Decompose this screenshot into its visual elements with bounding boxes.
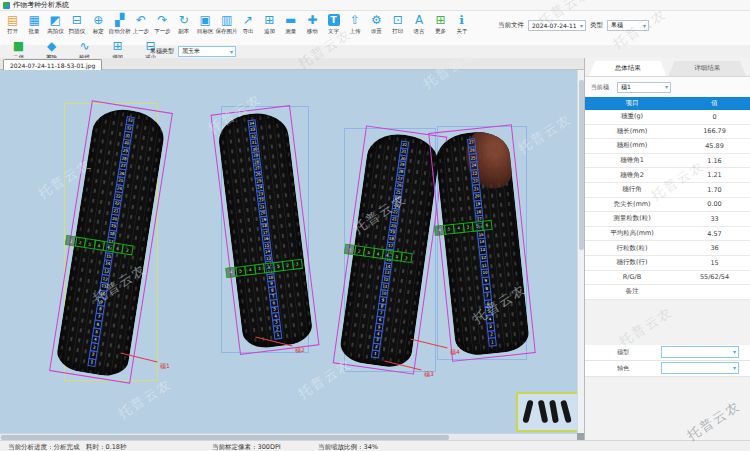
- title-bar: 作物考种分析系统: [0, 0, 750, 11]
- toolbar-language-button[interactable]: A语言: [408, 13, 429, 35]
- result-item-label: 穗行数(行): [585, 256, 679, 270]
- toolbar-undo-step-button[interactable]: ↶上一步: [130, 13, 151, 35]
- ear-type-dropdown[interactable]: 黑玉米 ▾: [178, 46, 236, 57]
- app-icon: [3, 2, 10, 9]
- chevron-down-icon: ▾: [580, 23, 583, 29]
- undo-step-icon: ↶: [136, 13, 146, 27]
- mini-ear: [560, 400, 572, 424]
- upload-icon: ⇧: [350, 13, 360, 27]
- save-image-icon: ▥: [221, 13, 232, 27]
- corn-ear-3[interactable]: 3231302928272625242322212019181716151413…: [344, 128, 436, 372]
- current-file-dropdown[interactable]: 2024-07-24-11 ▾: [528, 20, 586, 31]
- navigator-thumbnail[interactable]: [516, 392, 580, 432]
- horizontal-scrollbar[interactable]: [0, 433, 584, 440]
- result-row: 穗粗(mm)45.89: [585, 139, 750, 154]
- toolbar-measure-button[interactable]: ▬测量: [280, 13, 301, 35]
- toolbar-doc-camera-button[interactable]: ◩高拍仪: [45, 13, 66, 35]
- current-ear-dropdown[interactable]: 穗1 ▾: [617, 82, 671, 93]
- scanner-icon: ⊟: [72, 13, 82, 27]
- result-item-label: 测量粒数(粒): [585, 212, 679, 226]
- copy-icon: ↻: [179, 13, 189, 27]
- result-item-value: 15: [679, 256, 750, 270]
- app-window: 作物考种分析系统 ▤打开▦批量◩高拍仪⊟扫描仪⊕标定▞自动分析↶上一步↷下一步↻…: [0, 0, 750, 451]
- corn-ear-2[interactable]: 3433323130292827262524232221201918171615…: [221, 106, 309, 353]
- axis-color-row: 轴色 ▾: [585, 361, 750, 377]
- toolbar-more-button[interactable]: ⊞更多: [430, 13, 451, 35]
- toolbar-button-label: 上一步: [133, 28, 150, 35]
- result-item-label: 穗行角: [585, 183, 679, 197]
- result-item-value: 1.16: [679, 154, 750, 168]
- axis-color-dropdown[interactable]: ▾: [661, 362, 739, 374]
- toolbar-text-button[interactable]: T文字: [323, 13, 344, 35]
- current-ear-label: 当前穗: [591, 83, 609, 92]
- ear-shape-dropdown[interactable]: ▾: [661, 346, 739, 358]
- toolbar-auto-analyze-button[interactable]: ▞自动分析: [109, 13, 130, 35]
- row-kernel-box: 3: [291, 258, 303, 269]
- current-file-label: 当前文件: [498, 21, 524, 30]
- kernel-number-box: 1: [87, 357, 96, 367]
- toolbar-about-button[interactable]: ℹ关于: [451, 13, 472, 35]
- result-row: 秃尖长(mm)0.00: [585, 198, 750, 213]
- row-kernel-box: 3: [121, 244, 133, 256]
- window-title: 作物考种分析系统: [13, 0, 69, 10]
- kernel-number-box: 1: [274, 331, 283, 339]
- toolbar-button-label: 测量: [285, 28, 296, 35]
- toolbar-move-button[interactable]: ✚移动: [301, 13, 322, 35]
- result-item-value: 1.21: [679, 168, 750, 182]
- corn-ear-4[interactable]: 2726252423222120191817161514131211109876…: [437, 126, 527, 360]
- binary-icon: ■: [13, 39, 24, 53]
- tab-overall-results[interactable]: 总体结果: [589, 61, 667, 76]
- toolbar-save-image-button[interactable]: ▥保存图片: [216, 13, 237, 35]
- toolbar-button-label: 打开: [7, 28, 18, 35]
- about-icon: ℹ: [460, 13, 465, 27]
- file-controls: 当前文件 2024-07-24-11 ▾ 类型 果穗 ▾: [498, 20, 649, 31]
- result-row: 行粒数(粒)36: [585, 241, 750, 256]
- toolbar-button-label: 打印: [392, 28, 403, 35]
- toolbar-export-button[interactable]: ↗导出: [237, 13, 258, 35]
- result-item-label: 穗长(mm): [585, 125, 679, 139]
- toolbar-button-label: 关于: [456, 28, 467, 35]
- axis-color-label: 轴色: [585, 364, 661, 373]
- result-row: 穗长(mm)166.79: [585, 125, 750, 140]
- result-item-label: 穗锥角1: [585, 154, 679, 168]
- row-kernel-box: 6: [481, 220, 492, 231]
- mini-ear: [549, 400, 559, 424]
- type-dropdown[interactable]: 果穗 ▾: [607, 20, 649, 31]
- ear-label: 穗1: [160, 362, 170, 371]
- ear-shape-label: 穗型: [585, 348, 661, 357]
- toolbar-button-label: 追加: [264, 28, 275, 35]
- toolbar-upload-button[interactable]: ⇧上传: [344, 13, 365, 35]
- toolbar-redo-step-button[interactable]: ↷下一步: [152, 13, 173, 35]
- toolbar-target-area-button[interactable]: ▣目标区: [195, 13, 216, 35]
- result-row: 穗锥角21.21: [585, 168, 750, 183]
- toolbar-scanner-button[interactable]: ⊟扫描仪: [66, 13, 87, 35]
- toolbar-append-button[interactable]: ⊞追加: [259, 13, 280, 35]
- column-item: 项目: [585, 97, 679, 110]
- edit-toolbar: ■二值◆擦除∿棱线⊞增加⊟减少 果穗类型 黑玉米 ▾: [0, 45, 750, 59]
- toolbar-button-label: 文字: [328, 28, 339, 35]
- toolbar-batch-button[interactable]: ▦批量: [23, 13, 44, 35]
- toolbar-button-label: 语言: [414, 28, 425, 35]
- vertical-scrollbar[interactable]: [577, 70, 584, 433]
- toolbar-open-button[interactable]: ▤打开: [2, 13, 23, 35]
- tab-detailed-results[interactable]: 详细结果: [669, 61, 747, 76]
- status-time: 耗时：0.18秒: [86, 443, 126, 451]
- corn-ear-1[interactable]: 3332313029282726252423222120191817161514…: [64, 103, 158, 381]
- image-canvas[interactable]: 3332313029282726252423222120191817161514…: [0, 70, 584, 433]
- more-icon: ⊞: [435, 13, 445, 27]
- row-kernel-box: 3: [400, 252, 412, 263]
- result-item-value: 166.79: [679, 125, 750, 139]
- current-ear-row: 当前穗 穗1 ▾: [585, 76, 750, 97]
- toolbar-button-label: 目标区: [197, 28, 214, 35]
- vertical-scroll-thumb[interactable]: [579, 80, 584, 250]
- toolbar-settings-button[interactable]: ⚙设置: [366, 13, 387, 35]
- mini-ear: [538, 400, 549, 424]
- toolbar-print-button[interactable]: ⊡打印: [387, 13, 408, 35]
- ear-shape-row: 穗型 ▾: [585, 345, 750, 361]
- toolbar-calibrate-button[interactable]: ⊕标定: [88, 13, 109, 35]
- toolbar-button-label: 移动: [307, 28, 318, 35]
- toolbar-copy-button[interactable]: ↻副本: [173, 13, 194, 35]
- increase-icon: ⊞: [112, 39, 122, 53]
- move-icon: ✚: [307, 13, 317, 27]
- results-panel: 总体结果 详细结果 当前穗 穗1 ▾ 项目 值 穗重(g)0穗长(mm)166.…: [584, 58, 750, 440]
